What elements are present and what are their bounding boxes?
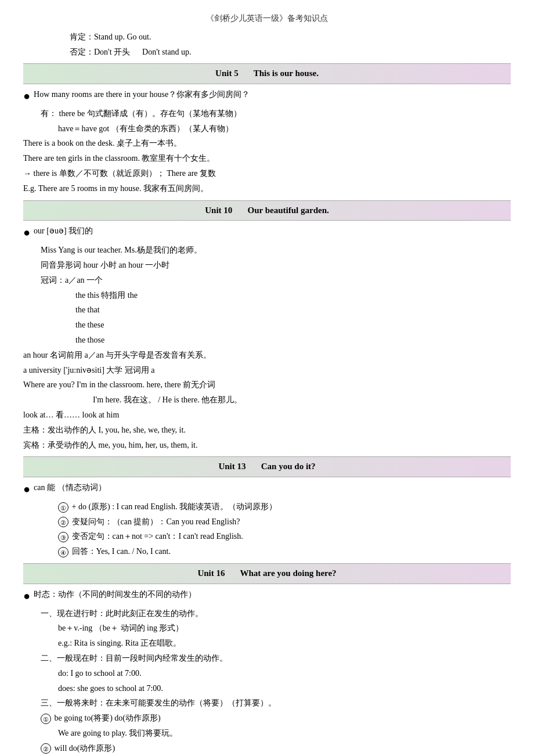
unit16-present-cont: 一、现在进行时：此时此刻正在发生的动作。 [41,607,511,621]
unit13-can-row: ● can 能 （情态动词） [23,481,511,499]
unit13-number: Unit 13 [218,462,246,471]
unit5-q1: How many rooms are there in your house？你… [34,88,250,102]
bullet-icon: ● [23,86,30,106]
unit10-where: Where are you? I'm in the classroom. her… [23,378,511,392]
page-title: 《剑桥少儿英语一级》备考知识点 [23,12,511,26]
unit16-pc-eg: e.g.: Rita is singing. Rita 正在唱歌。 [58,636,511,650]
unit5-header: Unit 5 This is our house. [23,63,511,84]
unit5-ex1: There is a book on the desk. 桌子上有一本书。 [23,136,511,150]
unit16-do-rule: do: I go to school at 7:00. [58,667,511,681]
unit10-subject: 主格：发出动作的人 I, you, he, she, we, they, it. [23,423,511,437]
unit10-look-at: look at… 看…… look at him [23,408,511,422]
unit10-header: Unit 10 Our beautiful garden. [23,200,511,221]
unit13-can: can 能 （情态动词） [34,481,106,495]
circle-1: ① [58,502,68,513]
unit10-miss-yang: Miss Yang is our teacher. Ms.杨是我们的老师。 [41,243,511,257]
unit13-rule4: ④ 回答：Yes, I can. / No, I cant. [58,545,511,559]
unit10-our-row: ● our [əuə] 我们的 [23,224,511,242]
circle-2: ② [58,517,68,527]
circle-f1: ① [41,714,51,724]
affirmative-line: 肯定：Stand up. Go out. [70,30,511,44]
unit16-does-rule: does: she goes to school at 7:00. [58,682,511,696]
unit16-simple-present: 二、一般现在时：目前一段时间内经常发生的动作。 [41,651,511,665]
unit10-homophone: 同音异形词 hour 小时 an hour 一小时 [41,258,511,272]
unit10-our: our [əuə] 我们的 [34,224,93,238]
unit13-rule3-text: 变否定句：can＋not => can't：I can't read Engli… [72,532,243,541]
circle-3: ③ [58,532,68,542]
circle-4: ④ [58,547,68,557]
unit10-object: 宾格：承受动作的人 me, you, him, her, us, them, i… [23,438,511,452]
unit16-future1: ① be going to(将要) do(动作原形) [41,711,511,725]
bullet-icon-2: ● [23,222,30,242]
unit16-pc-rule: be＋v.-ing （be＋ 动词的 ing 形式） [58,621,511,635]
negative-label: 否定：Don't 开头 [70,48,130,56]
unit13-rule2-text: 变疑问句：（can 提前）：Can you read English? [72,517,240,526]
unit16-header: Unit 16 What are you doing here? [23,563,511,584]
negative-example: Don't stand up. [142,48,192,56]
unit10-im-here: I'm here. 我在这。 / He is there. 他在那儿。 [93,393,511,407]
unit16-section: ● 时态：动作（不同的时间发生的不同的动作） 一、现在进行时：此时此刻正在发生的… [23,588,511,756]
unit13-rule2: ② 变疑问句：（can 提前）：Can you read English? [58,515,511,529]
unit13-rule3: ③ 变否定句：can＋not => can't：I can't read Eng… [58,530,511,543]
unit10-the-that: the that [75,303,511,317]
unit16-future2: ② will do(动作原形) [41,741,511,755]
unit10-an-hour: an hour 名词前用 a／an 与开头字母是否发音有关系。 [23,348,511,362]
unit5-q1-row: ● How many rooms are there in your house… [23,88,511,106]
unit16-future1-text: be going to(将要) do(动作原形) [55,714,161,722]
unit5-rule: → there is 单数／不可数（就近原则）； There are 复数 [23,167,511,181]
bullet-icon-4: ● [23,586,30,606]
unit16-number: Unit 16 [197,568,225,578]
page-container: 《剑桥少儿英语一级》备考知识点 肯定：Stand up. Go out. 否定：… [23,12,511,756]
unit16-title: What are you doing here? [240,568,336,578]
unit16-future: 三、一般将来时：在未来可能要发生的动作（将要）（打算要）。 [41,696,511,710]
unit13-rule1: ① + do (原形) : I can read English. 我能读英语。… [58,500,511,514]
unit5-eg: E.g. There are 5 rooms in my house. 我家有五… [23,182,511,196]
unit16-future2-text: will do(动作原形) [55,744,116,753]
unit13-header: Unit 13 Can you do it? [23,456,511,477]
unit13-rule1-text: + do (原形) : I can read English. 我能读英语。（动… [72,502,277,511]
unit5-section: ● How many rooms are there in your house… [23,88,511,196]
unit10-the-those: the those [75,333,511,347]
unit10-number: Unit 10 [205,206,232,215]
circle-f2: ② [41,743,51,754]
unit5-ex2: There are ten girls in the classroom. 教室… [23,152,511,165]
negative-line: 否定：Don't 开头 Don't stand up. [70,45,511,59]
unit10-the-these: the these [75,318,511,332]
unit13-section: ● can 能 （情态动词） ① + do (原形) : I can read … [23,481,511,559]
unit5-there-be: 有： there be 句式翻译成（有）。存在句（某地有某物） [41,107,511,121]
unit5-title: This is our house. [254,69,319,78]
unit5-have: have＝have got （有生命类的东西）（某人有物） [58,122,511,136]
unit10-the-this: the this 特指用 the [75,289,511,303]
unit10-a-university: a university ['ju:nivəsiti] 大学 冠词用 a [23,363,511,377]
unit10-section: ● our [əuə] 我们的 Miss Yang is our teacher… [23,224,511,452]
unit16-future1-eg: We are going to play. 我们将要玩。 [58,726,511,740]
unit10-title: Our beautiful garden. [248,206,329,215]
unit5-number: Unit 5 [215,69,239,78]
unit13-rule4-text: 回答：Yes, I can. / No, I cant. [72,547,171,556]
bullet-icon-3: ● [23,479,30,499]
unit10-article: 冠词：a／an 一个 [41,273,511,287]
unit16-tense: 时态：动作（不同的时间发生的不同的动作） [34,588,196,602]
unit13-title: Can you do it? [261,462,316,471]
unit16-tense-row: ● 时态：动作（不同的时间发生的不同的动作） [23,588,511,606]
